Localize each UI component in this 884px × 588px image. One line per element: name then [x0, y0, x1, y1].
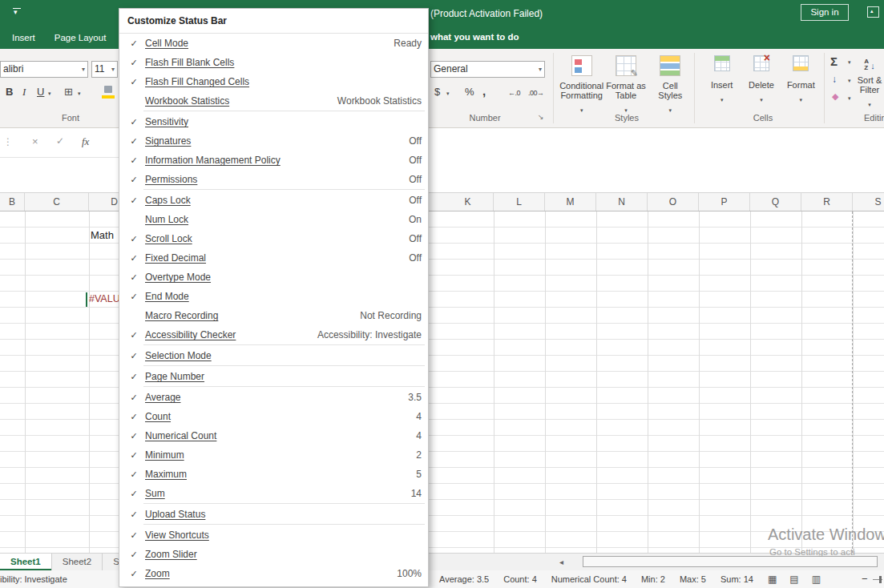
page-break-view-icon[interactable] — [812, 570, 821, 588]
quick-access-customize-icon[interactable] — [11, 6, 24, 19]
enter-icon[interactable]: ✓ — [56, 135, 64, 147]
format-cells-icon — [793, 55, 809, 71]
fill-down-icon[interactable] — [832, 74, 837, 85]
status-option-flash-fill-changed-cells[interactable]: ✓Flash Fill Changed Cells — [119, 72, 428, 91]
ribbon-tab-page-layout[interactable]: Page Layout — [54, 33, 107, 42]
font-name-combobox[interactable]: alibri — [0, 61, 88, 78]
status-option-signatures[interactable]: ✓SignaturesOff — [119, 131, 428, 151]
drag-handle-icon[interactable] — [3, 136, 13, 147]
status-option-permissions[interactable]: ✓PermissionsOff — [119, 170, 428, 189]
normal-view-icon[interactable] — [768, 570, 777, 588]
status-option-view-shortcuts[interactable]: ✓View Shortcuts — [119, 526, 428, 545]
sign-in-button[interactable]: Sign in — [801, 4, 849, 21]
percent-format-button[interactable]: % — [465, 86, 474, 98]
number-dialog-launcher-icon[interactable] — [538, 113, 544, 121]
status-option-numerical-count[interactable]: ✓Numerical Count4 — [119, 426, 428, 445]
horizontal-scrollbar-thumb[interactable] — [583, 556, 878, 567]
column-header-m[interactable]: M — [545, 193, 596, 211]
status-option-accessibility-checker[interactable]: ✓Accessibility CheckerAccessibility: Inv… — [119, 325, 428, 344]
checkmark-icon: ✓ — [126, 175, 142, 185]
status-option-overtype-mode[interactable]: ✓Overtype Mode — [119, 268, 428, 287]
status-option-count[interactable]: ✓Count4 — [119, 407, 428, 426]
increase-decimal-icon[interactable] — [508, 89, 520, 97]
ribbon-tab-insert[interactable]: Insert — [12, 33, 35, 42]
column-header-p[interactable]: P — [699, 193, 750, 211]
cancel-icon[interactable]: × — [32, 135, 38, 147]
page-layout-view-icon[interactable] — [789, 570, 798, 588]
page-break-line — [852, 211, 853, 553]
comma-format-button[interactable]: , — [482, 84, 486, 98]
cell-value-error[interactable]: #VALU — [89, 293, 120, 304]
clear-icon[interactable] — [832, 91, 838, 102]
zoom-out-icon[interactable] — [862, 570, 868, 588]
chevron-down-icon[interactable] — [78, 91, 81, 97]
status-option-num-lock[interactable]: Num LockOn — [119, 210, 428, 229]
borders-icon[interactable] — [64, 86, 73, 98]
status-option-selection-mode[interactable]: ✓Selection Mode — [119, 346, 428, 365]
scroll-left-icon[interactable] — [559, 554, 563, 570]
menu-item-value: 14 — [411, 488, 428, 499]
font-size-combobox[interactable]: 11 — [91, 61, 118, 78]
status-option-caps-lock[interactable]: ✓Caps LockOff — [119, 191, 428, 210]
status-option-upload-status[interactable]: ✓Upload Status — [119, 505, 428, 524]
status-option-page-number[interactable]: ✓Page Number — [119, 367, 428, 386]
status-option-sum[interactable]: ✓Sum14 — [119, 484, 428, 503]
status-option-flash-fill-blank-cells[interactable]: ✓Flash Fill Blank Cells — [119, 53, 428, 72]
sheet-tab-sheet1[interactable]: Sheet1 — [0, 554, 52, 570]
status-option-zoom[interactable]: ✓Zoom100% — [119, 564, 428, 583]
status-option-zoom-slider[interactable]: ✓Zoom Slider — [119, 545, 428, 564]
cell-math[interactable]: Math — [91, 229, 114, 241]
column-header-n[interactable]: N — [596, 193, 648, 211]
zoom-slider-thumb[interactable] — [879, 576, 882, 583]
chevron-down-icon[interactable] — [848, 59, 851, 66]
underline-button[interactable]: U — [37, 86, 44, 98]
status-option-minimum[interactable]: ✓Minimum2 — [119, 445, 428, 465]
menu-item-value: 4 — [416, 411, 428, 422]
button-label: Delete — [749, 80, 774, 90]
fill-color-icon[interactable] — [102, 86, 115, 99]
tell-me-box[interactable]: what you want to do — [430, 32, 519, 42]
column-header-l[interactable]: L — [494, 193, 545, 211]
status-option-fixed-decimal[interactable]: ✓Fixed DecimalOff — [119, 248, 428, 268]
status-option-scroll-lock[interactable]: ✓Scroll LockOff — [119, 229, 428, 248]
status-option-end-mode[interactable]: ✓End Mode — [119, 287, 428, 306]
column-header-r[interactable]: R — [801, 193, 853, 211]
bold-button[interactable]: B — [6, 86, 13, 98]
menu-item-label: Macro Recording — [145, 310, 218, 321]
column-header-k[interactable]: K — [442, 193, 494, 211]
insert-function-icon[interactable]: fx — [82, 135, 89, 148]
checkmark-icon: ✓ — [126, 372, 142, 382]
status-option-sensitivity[interactable]: ✓Sensitivity — [119, 112, 428, 131]
sheet-tab-sheet2[interactable]: Sheet2 — [52, 554, 103, 570]
chevron-down-icon — [760, 91, 763, 97]
ribbon-display-options-icon[interactable] — [867, 6, 879, 18]
column-header-c[interactable]: C — [25, 193, 89, 211]
button-label: Formatting — [560, 91, 603, 100]
chevron-down-icon[interactable] — [848, 78, 851, 84]
delete-cells-icon — [753, 55, 769, 71]
chevron-down-icon[interactable] — [848, 95, 851, 102]
menu-item-label: Signatures — [145, 135, 191, 147]
status-option-maximum[interactable]: ✓Maximum5 — [119, 465, 428, 484]
status-option-workbook-statistics[interactable]: Workbook StatisticsWorkbook Statistics — [119, 91, 428, 111]
autosum-button[interactable]: Σ — [830, 54, 838, 68]
chevron-down-icon[interactable] — [446, 91, 450, 97]
status-option-average[interactable]: ✓Average3.5 — [119, 388, 428, 407]
column-header-q[interactable]: Q — [750, 193, 801, 211]
number-format-combobox[interactable]: General — [430, 61, 545, 78]
status-max: Max: 5 — [680, 570, 706, 588]
status-option-cell-mode[interactable]: ✓Cell ModeReady — [119, 34, 428, 53]
menu-item-label: Workbook Statistics — [145, 95, 229, 107]
chevron-down-icon — [868, 95, 871, 102]
column-header-s[interactable]: S — [853, 193, 884, 211]
column-header-b[interactable]: B — [0, 193, 25, 211]
italic-button[interactable]: I — [22, 86, 26, 99]
sort-filter-button[interactable]: Sort & Filter — [853, 53, 884, 102]
chevron-down-icon[interactable] — [48, 91, 51, 97]
status-option-information-management-policy[interactable]: ✓Information Management PolicyOff — [119, 151, 428, 170]
window-title: (Product Activation Failed) — [430, 8, 543, 19]
column-header-o[interactable]: O — [648, 193, 699, 211]
status-option-macro-recording[interactable]: Macro RecordingNot Recording — [119, 306, 428, 325]
currency-format-button[interactable]: $ — [434, 86, 440, 98]
decrease-decimal-icon[interactable] — [528, 89, 544, 97]
